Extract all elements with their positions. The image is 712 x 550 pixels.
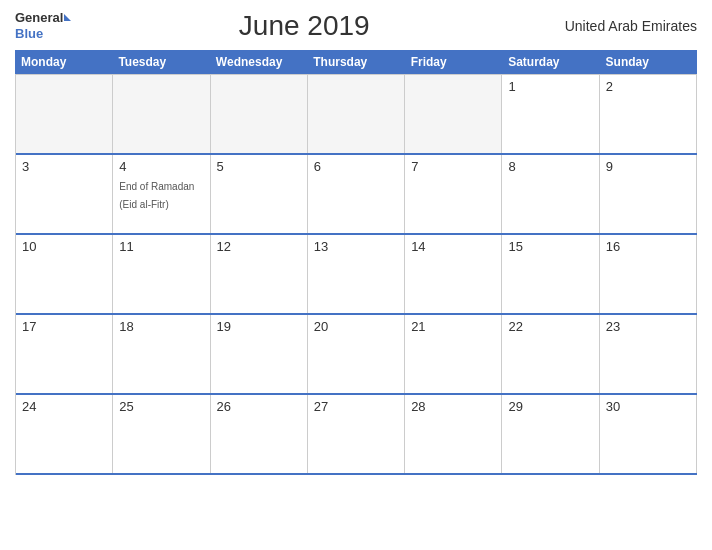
calendar-cell-empty (113, 75, 210, 153)
cell-date: 8 (508, 159, 592, 174)
calendar-cell-27: 27 (308, 395, 405, 473)
calendar-cell-21: 21 (405, 315, 502, 393)
cell-date: 26 (217, 399, 301, 414)
calendar-cell-empty (211, 75, 308, 153)
calendar-cell-30: 30 (600, 395, 697, 473)
logo: General Blue (15, 11, 71, 42)
calendar-cell-5: 5 (211, 155, 308, 233)
cell-date: 22 (508, 319, 592, 334)
cell-date: 14 (411, 239, 495, 254)
calendar-week-2: 3 4 End of Ramadan(Eid al-Fitr) 5 6 7 8 … (16, 155, 697, 235)
calendar-cell-29: 29 (502, 395, 599, 473)
cell-date: 25 (119, 399, 203, 414)
cell-date: 2 (606, 79, 690, 94)
month-title: June 2019 (71, 10, 537, 42)
calendar-cell-18: 18 (113, 315, 210, 393)
cell-event-eid: End of Ramadan(Eid al-Fitr) (119, 181, 194, 210)
calendar-cell-empty (405, 75, 502, 153)
calendar-cell-13: 13 (308, 235, 405, 313)
day-header-friday: Friday (405, 50, 502, 74)
day-headers-row: Monday Tuesday Wednesday Thursday Friday… (15, 50, 697, 74)
cell-date: 16 (606, 239, 690, 254)
logo-triangle-icon (64, 14, 71, 21)
calendar-cell-15: 15 (502, 235, 599, 313)
calendar-cell-3: 3 (16, 155, 113, 233)
calendar-week-3: 10 11 12 13 14 15 16 (16, 235, 697, 315)
cell-date: 23 (606, 319, 690, 334)
cell-date: 12 (217, 239, 301, 254)
cell-date: 4 (119, 159, 203, 174)
cell-date: 27 (314, 399, 398, 414)
calendar-cell-28: 28 (405, 395, 502, 473)
calendar-cell-2: 2 (600, 75, 697, 153)
calendar-cell-1: 1 (502, 75, 599, 153)
calendar-cell-20: 20 (308, 315, 405, 393)
cell-date: 20 (314, 319, 398, 334)
calendar-cell-11: 11 (113, 235, 210, 313)
calendar-week-4: 17 18 19 20 21 22 23 (16, 315, 697, 395)
calendar-grid: 1 2 3 4 End of Ramadan(Eid al-Fitr) 5 6 … (15, 74, 697, 475)
cell-date: 28 (411, 399, 495, 414)
cell-date: 3 (22, 159, 106, 174)
day-header-sunday: Sunday (600, 50, 697, 74)
logo-general-text: General (15, 11, 63, 24)
logo-blue-text: Blue (15, 26, 43, 41)
cell-date: 24 (22, 399, 106, 414)
calendar-cell-17: 17 (16, 315, 113, 393)
calendar-header: General Blue June 2019 United Arab Emira… (15, 10, 697, 42)
cell-date: 10 (22, 239, 106, 254)
calendar-cell-8: 8 (502, 155, 599, 233)
calendar-cell-4: 4 End of Ramadan(Eid al-Fitr) (113, 155, 210, 233)
cell-date: 7 (411, 159, 495, 174)
calendar-cell-12: 12 (211, 235, 308, 313)
cell-date: 5 (217, 159, 301, 174)
cell-date: 15 (508, 239, 592, 254)
cell-date: 9 (606, 159, 690, 174)
calendar-cell-16: 16 (600, 235, 697, 313)
calendar-cell-10: 10 (16, 235, 113, 313)
calendar-cell-14: 14 (405, 235, 502, 313)
calendar-cell-empty (16, 75, 113, 153)
cell-date: 17 (22, 319, 106, 334)
cell-date: 18 (119, 319, 203, 334)
calendar-cell-24: 24 (16, 395, 113, 473)
country-name: United Arab Emirates (537, 18, 697, 34)
day-header-thursday: Thursday (307, 50, 404, 74)
cell-date: 6 (314, 159, 398, 174)
cell-date: 30 (606, 399, 690, 414)
cell-date: 29 (508, 399, 592, 414)
cell-date: 19 (217, 319, 301, 334)
day-header-tuesday: Tuesday (112, 50, 209, 74)
calendar-week-5: 24 25 26 27 28 29 30 (16, 395, 697, 475)
cell-date: 1 (508, 79, 592, 94)
calendar-cell-empty (308, 75, 405, 153)
day-header-monday: Monday (15, 50, 112, 74)
calendar-cell-25: 25 (113, 395, 210, 473)
calendar-cell-6: 6 (308, 155, 405, 233)
day-header-saturday: Saturday (502, 50, 599, 74)
day-header-wednesday: Wednesday (210, 50, 307, 74)
calendar-cell-23: 23 (600, 315, 697, 393)
calendar-week-1: 1 2 (16, 75, 697, 155)
cell-date: 11 (119, 239, 203, 254)
calendar-cell-9: 9 (600, 155, 697, 233)
calendar-container: General Blue June 2019 United Arab Emira… (0, 0, 712, 550)
cell-date: 13 (314, 239, 398, 254)
calendar-cell-7: 7 (405, 155, 502, 233)
calendar-cell-26: 26 (211, 395, 308, 473)
calendar-cell-22: 22 (502, 315, 599, 393)
cell-date: 21 (411, 319, 495, 334)
calendar-cell-19: 19 (211, 315, 308, 393)
